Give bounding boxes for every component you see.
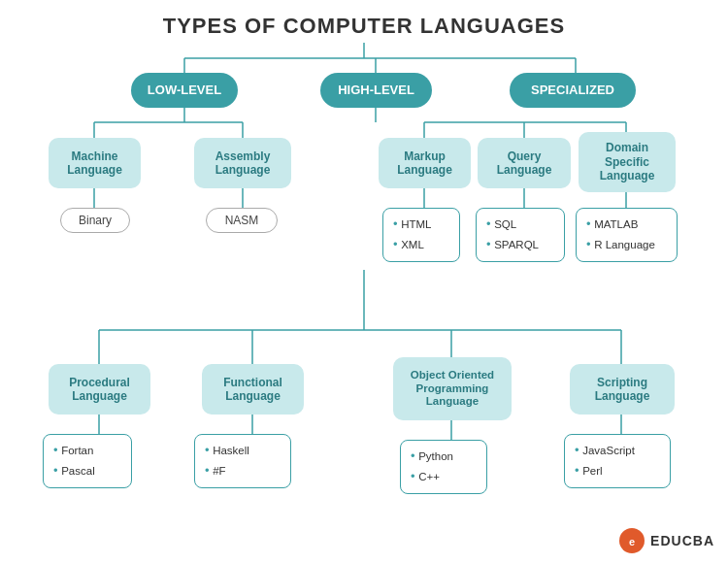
educba-icon: e [618,527,645,554]
nasm-pill: NASM [206,208,278,233]
procedural-item-fortan: Fortan [53,441,121,461]
page-title: TYPES OF COMPUTER LANGUAGES [0,0,728,39]
oop-items-box: Python C++ [400,440,487,494]
oop-item-python: Python [411,447,477,467]
functional-language-node: Functional Language [202,364,304,415]
scripting-items-box: JavaScript Perl [564,434,671,488]
functional-items-box: Haskell #F [194,434,291,488]
markup-language-node: Markup Language [379,138,471,188]
markup-items-box: HTML XML [382,208,460,262]
svg-text:e: e [629,536,635,547]
scripting-item-perl: Perl [575,461,660,481]
oop-items-list: Python C++ [411,447,477,487]
educba-logo: e EDUCBA [618,527,714,554]
query-item-sparql: SPARQL [486,235,554,255]
scripting-items-list: JavaScript Perl [575,441,660,481]
query-items-list: SQL SPARQL [486,215,554,255]
assembly-language-node: Assembly Language [194,138,291,188]
scripting-item-js: JavaScript [575,441,660,461]
functional-item-haskell: Haskell [205,441,281,461]
procedural-item-pascal: Pascal [53,461,121,481]
high-level-node: HIGH-LEVEL [320,73,432,108]
domain-items-list: MATLAB R Language [586,215,667,255]
markup-item-xml: XML [393,235,449,255]
diagram: TYPES OF COMPUTER LANGUAGES [0,0,728,564]
machine-language-node: Machine Language [49,138,141,188]
scripting-language-node: Scripting Language [570,364,675,415]
functional-item-hashf: #F [205,461,281,481]
query-item-sql: SQL [486,215,554,235]
domain-specific-language-node: Domain Specific Language [579,132,676,192]
procedural-items-list: Fortan Pascal [53,441,121,481]
procedural-items-box: Fortan Pascal [43,434,132,488]
procedural-language-node: Procedural Language [49,364,150,415]
markup-item-html: HTML [393,215,449,235]
oop-item-cpp: C++ [411,467,477,487]
domain-items-box: MATLAB R Language [576,208,678,262]
oop-language-node: Object Oriented Programming Language [393,357,512,420]
domain-item-r: R Language [586,235,667,255]
markup-items-list: HTML XML [393,215,449,255]
binary-pill: Binary [60,208,130,233]
specialized-node: SPECIALIZED [510,73,636,108]
low-level-node: LOW-LEVEL [131,73,238,108]
functional-items-list: Haskell #F [205,441,281,481]
query-language-node: Query Language [478,138,571,188]
domain-item-matlab: MATLAB [586,215,667,235]
query-items-box: SQL SPARQL [476,208,565,262]
educba-text: EDUCBA [650,533,714,548]
